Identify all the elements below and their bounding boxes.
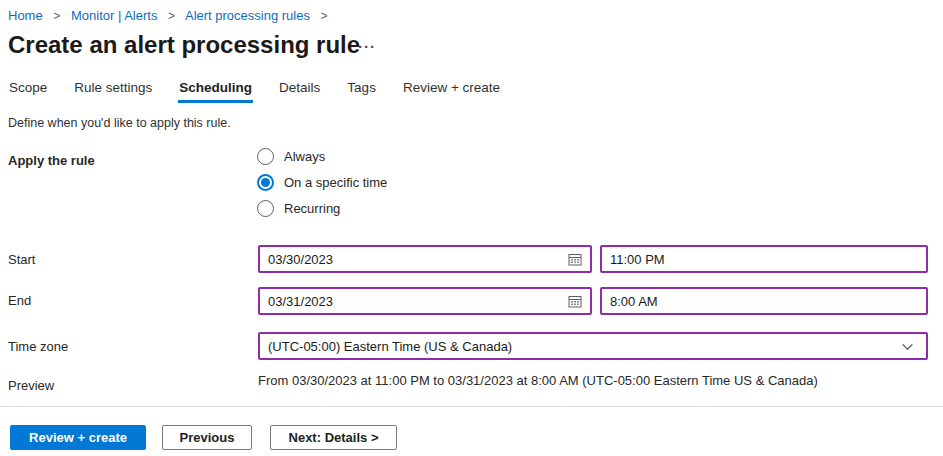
page-title: Create an alert processing rule xyxy=(8,31,360,59)
more-menu-button[interactable]: ··· xyxy=(358,38,376,55)
time-zone-label: Time zone xyxy=(8,339,68,354)
breadcrumb-alert-processing-rules[interactable]: Alert processing rules xyxy=(185,8,310,23)
end-date-field xyxy=(258,287,592,315)
review-create-button[interactable]: Review + create xyxy=(10,425,146,450)
start-time-input[interactable] xyxy=(600,245,928,273)
tab-details[interactable]: Details xyxy=(278,78,321,103)
tab-tags[interactable]: Tags xyxy=(346,78,377,103)
footer-divider xyxy=(0,406,943,407)
breadcrumb-home[interactable]: Home xyxy=(8,8,43,23)
previous-button[interactable]: Previous xyxy=(162,425,252,450)
chevron-down-icon xyxy=(901,340,914,353)
end-time-input[interactable] xyxy=(600,287,928,315)
tab-review-create[interactable]: Review + create xyxy=(402,78,501,103)
radio-on-specific-time[interactable]: On a specific time xyxy=(257,173,387,191)
tab-rule-settings[interactable]: Rule settings xyxy=(73,78,153,103)
calendar-icon[interactable] xyxy=(563,293,590,309)
preview-label: Preview xyxy=(8,378,54,393)
breadcrumb-separator-icon: > xyxy=(53,9,60,23)
time-zone-dropdown[interactable]: (UTC-05:00) Eastern Time (US & Canada) xyxy=(258,332,928,360)
breadcrumb-separator-icon: > xyxy=(321,9,328,23)
end-date-input[interactable] xyxy=(260,294,563,309)
radio-always[interactable]: Always xyxy=(257,147,387,165)
radio-recurring[interactable]: Recurring xyxy=(257,199,387,217)
calendar-icon[interactable] xyxy=(563,251,590,267)
radio-circle-icon xyxy=(257,148,274,165)
tab-scope[interactable]: Scope xyxy=(8,78,48,103)
time-zone-value: (UTC-05:00) Eastern Time (US & Canada) xyxy=(268,339,512,354)
radio-always-label: Always xyxy=(284,149,325,164)
next-details-button[interactable]: Next: Details > xyxy=(270,425,397,450)
radio-on-specific-time-label: On a specific time xyxy=(284,175,387,190)
radio-circle-icon xyxy=(257,174,274,191)
breadcrumb-monitor-alerts[interactable]: Monitor | Alerts xyxy=(71,8,157,23)
end-label: End xyxy=(8,293,31,308)
start-date-input[interactable] xyxy=(260,252,563,267)
tab-scheduling[interactable]: Scheduling xyxy=(178,78,253,103)
tab-bar: Scope Rule settings Scheduling Details T… xyxy=(8,78,501,103)
breadcrumb: Home > Monitor | Alerts > Alert processi… xyxy=(8,8,335,23)
apply-rule-label: Apply the rule xyxy=(8,153,95,168)
apply-rule-radio-group: Always On a specific time Recurring xyxy=(257,147,387,217)
radio-circle-icon xyxy=(257,200,274,217)
start-label: Start xyxy=(8,252,35,267)
radio-recurring-label: Recurring xyxy=(284,201,340,216)
preview-value: From 03/30/2023 at 11:00 PM to 03/31/202… xyxy=(258,373,818,388)
start-date-field xyxy=(258,245,592,273)
scheduling-description: Define when you'd like to apply this rul… xyxy=(8,116,231,130)
create-alert-processing-rule-page: Home > Monitor | Alerts > Alert processi… xyxy=(0,0,943,456)
breadcrumb-separator-icon: > xyxy=(168,9,175,23)
